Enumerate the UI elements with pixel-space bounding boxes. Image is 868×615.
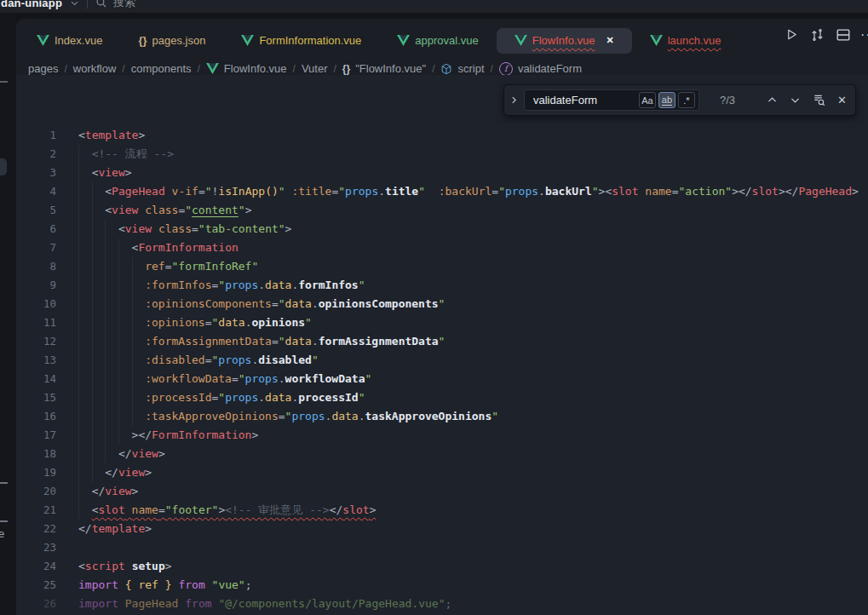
code-editor[interactable]: 1<template>2<!-- 流程 -->3<view>4<PageHead… (16, 75, 868, 615)
line-number[interactable]: 1 (16, 126, 56, 145)
breadcrumb-item--flowinfo-vue-[interactable]: {}"FlowInfo.vue" (342, 62, 426, 75)
code-line-1[interactable]: 1<template> (16, 126, 868, 145)
breadcrumb-item-vuter[interactable]: Vuter (302, 62, 328, 75)
find-input[interactable] (532, 93, 636, 107)
line-number[interactable]: 9 (16, 276, 56, 295)
code-line-15[interactable]: 15:processId="props.data.processId" (16, 388, 868, 407)
line-number[interactable]: 18 (16, 445, 56, 463)
line-number[interactable]: 21 (16, 501, 56, 520)
code-line-24[interactable]: 24<script setup> (16, 557, 868, 576)
line-number[interactable]: 25 (16, 576, 56, 595)
code-line-7[interactable]: 7<FormInformation (16, 239, 868, 257)
code-line-19[interactable]: 19</view> (16, 463, 868, 482)
breadcrumb-label: components (131, 62, 192, 75)
tab-pages-json[interactable]: {}pages.json (120, 28, 223, 54)
previous-match-icon[interactable] (766, 94, 779, 107)
whole-word-toggle[interactable]: ab (658, 92, 675, 108)
breadcrumb-label: validateForm (518, 62, 582, 75)
line-number[interactable]: 3 (16, 164, 56, 182)
code-line-6[interactable]: 6<view class="tab-content"> (16, 220, 868, 239)
tab-index-vue[interactable]: Index.vue (19, 28, 120, 54)
next-match-icon[interactable] (789, 94, 802, 107)
more-actions-button[interactable]: ··· (861, 27, 868, 42)
code-line-9[interactable]: 9:formInfos="props.data.formInfos" (16, 276, 868, 295)
open-changes-button[interactable] (810, 27, 825, 42)
line-number[interactable]: 4 (16, 182, 56, 201)
line-number[interactable]: 6 (16, 220, 56, 239)
line-number[interactable]: 17 (16, 426, 56, 445)
code-line-3[interactable]: 3<view> (16, 164, 868, 182)
line-number[interactable]: 11 (16, 313, 56, 332)
line-number[interactable]: 14 (16, 370, 56, 388)
tab-forminformation-vue[interactable]: FormInformation.vue (223, 28, 379, 54)
indent-guide (78, 257, 92, 276)
code-line-4[interactable]: 4<PageHead v-if="!isInApp()" :title="pro… (16, 182, 868, 201)
indent-guide (132, 257, 146, 276)
close-tab-icon[interactable]: ✕ (606, 35, 613, 46)
breadcrumb-item-workflow[interactable]: workflow (73, 62, 117, 75)
line-number[interactable]: 10 (16, 295, 56, 313)
line-number[interactable]: 16 (16, 407, 56, 426)
indent-guide (78, 201, 92, 220)
indent-guide (78, 463, 92, 482)
match-case-toggle[interactable]: Aa (639, 92, 656, 108)
chevron-down-icon[interactable] (70, 0, 79, 8)
indent-guide (78, 482, 92, 501)
code-line-16[interactable]: 16:taskApproveOpinions="props.data.taskA… (16, 407, 868, 426)
titlebar-divider (87, 0, 88, 9)
code-line-12[interactable]: 12:formAssignmentData="data.formAssignme… (16, 332, 868, 351)
code-line-14[interactable]: 14:workflowData="props.workflowData" (16, 370, 868, 388)
code-line-17[interactable]: 17></FormInformation> (16, 426, 868, 445)
project-name[interactable]: dan-uniapp (1, 0, 62, 9)
line-number[interactable]: 12 (16, 332, 56, 351)
breadcrumb-item-components[interactable]: components (131, 62, 192, 75)
line-number[interactable]: 19 (16, 463, 56, 482)
line-number[interactable]: 20 (16, 482, 56, 501)
indent-guide (118, 239, 132, 257)
clipped-sidebar-tab (0, 158, 7, 175)
run-button[interactable] (785, 27, 799, 42)
code-line-11[interactable]: 11:opinions="data.opinions" (16, 313, 868, 332)
code-line-18[interactable]: 18</view> (16, 445, 868, 463)
breadcrumb-item-script[interactable]: script (440, 62, 484, 75)
line-number[interactable]: 13 (16, 351, 56, 370)
line-number[interactable]: 15 (16, 388, 56, 407)
code-line-2[interactable]: 2<!-- 流程 --> (16, 145, 868, 164)
tab-flowinfo-vue[interactable]: FlowInfo.vue✕ (497, 28, 632, 54)
toggle-replace-chevron-icon[interactable] (504, 95, 524, 105)
code-line-8[interactable]: 8ref="formInfoRef" (16, 257, 868, 276)
code-line-13[interactable]: 13:disabled="props.disabled" (16, 351, 868, 370)
line-number[interactable]: 22 (16, 520, 56, 538)
close-find-icon[interactable]: ✕ (836, 94, 848, 107)
line-number[interactable]: 24 (16, 557, 56, 576)
line-number[interactable]: 8 (16, 257, 56, 276)
breadcrumb-item-flowinfo-vue[interactable]: FlowInfo.vue (206, 62, 287, 75)
tab-approval-vue[interactable]: approval.vue (379, 28, 496, 54)
line-number[interactable]: 2 (16, 145, 56, 164)
clipped-sidebar-artifact (0, 482, 8, 484)
code-line-content: :disabled="props.disabled" (78, 351, 319, 370)
regex-toggle[interactable]: .* (678, 92, 695, 108)
code-line-22[interactable]: 22</template> (16, 520, 868, 538)
breadcrumb-item-pages[interactable]: pages (28, 62, 58, 75)
code-line-10[interactable]: 10:opinionsComponents="data.opinionsComp… (16, 295, 868, 313)
line-number[interactable]: 26 (16, 595, 56, 613)
line-number[interactable]: 7 (16, 239, 56, 257)
code-line-21[interactable]: 21<slot name="footer"><!-- 审批意见 --></slo… (16, 501, 868, 520)
split-editor-button[interactable] (836, 27, 850, 42)
code-line-content: <view class="content"> (78, 201, 252, 220)
code-line-26[interactable]: 26import PageHead from "@/components/lay… (16, 595, 868, 613)
line-number[interactable]: 5 (16, 201, 56, 220)
tab-launch-vue[interactable]: launch.vue (632, 28, 739, 54)
line-number[interactable]: 23 (16, 538, 56, 557)
code-line-content: <view> (78, 164, 132, 182)
code-line-5[interactable]: 5<view class="content"> (16, 201, 868, 220)
breadcrumb-item-validateform[interactable]: fvalidateForm (499, 62, 582, 76)
code-line-20[interactable]: 20</view> (16, 482, 868, 501)
code-line-23[interactable]: 23 (16, 538, 868, 557)
find-in-selection-icon[interactable] (812, 94, 825, 107)
tab-label: approval.vue (415, 34, 478, 47)
global-search[interactable]: 搜索 (95, 0, 135, 10)
indent-guide (78, 313, 92, 332)
code-line-25[interactable]: 25import { ref } from "vue"; (16, 576, 868, 595)
